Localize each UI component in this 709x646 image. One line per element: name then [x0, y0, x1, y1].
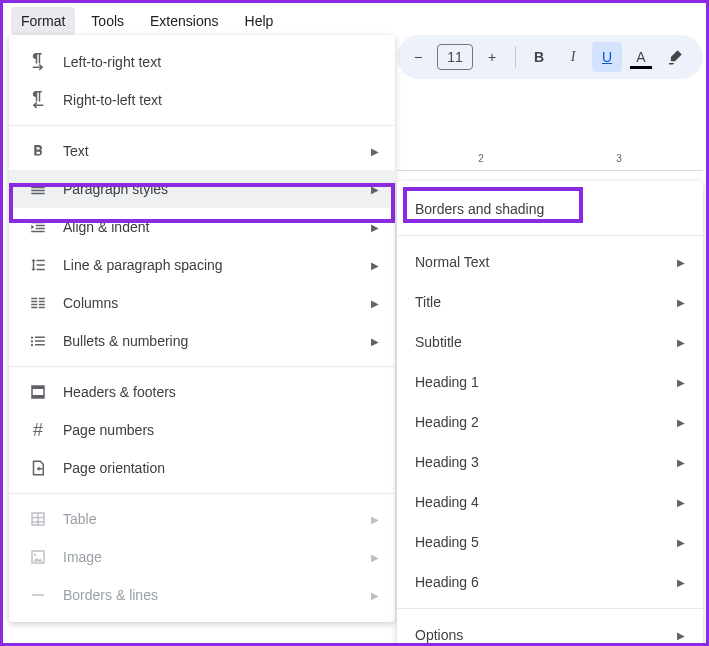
toolbar: − 11 + B I U A	[397, 35, 703, 79]
menu-separator	[9, 493, 395, 494]
menu-item-image: Image ▶	[9, 538, 395, 576]
bold-icon	[27, 140, 49, 162]
menu-item-label: Left-to-right text	[63, 54, 379, 70]
submenu-item-label: Heading 2	[415, 414, 677, 430]
submenu-arrow-icon: ▶	[371, 590, 379, 601]
menu-separator	[397, 235, 703, 236]
ruler-tick-3: 3	[616, 153, 622, 164]
submenu-item-borders-shading[interactable]: Borders and shading	[397, 189, 703, 229]
submenu-arrow-icon: ▶	[677, 297, 685, 308]
image-icon	[27, 546, 49, 568]
ltr-icon	[27, 51, 49, 73]
submenu-item-label: Heading 6	[415, 574, 677, 590]
menu-item-label: Borders & lines	[63, 587, 371, 603]
submenu-item-label: Normal Text	[415, 254, 677, 270]
submenu-arrow-icon: ▶	[677, 337, 685, 348]
paragraph-styles-submenu: Borders and shading Normal Text ▶ Title …	[397, 181, 703, 646]
ruler-tick-2: 2	[478, 153, 484, 164]
bold-button[interactable]: B	[524, 42, 554, 72]
menu-item-label: Image	[63, 549, 371, 565]
submenu-arrow-icon: ▶	[677, 417, 685, 428]
menu-item-label: Headers & footers	[63, 384, 379, 400]
menu-item-paragraph-styles[interactable]: Paragraph styles ▶	[9, 170, 395, 208]
text-color-button[interactable]: A	[626, 42, 656, 72]
submenu-item-subtitle[interactable]: Subtitle ▶	[397, 322, 703, 362]
highlight-color-button[interactable]	[660, 42, 690, 72]
font-size-decrement[interactable]: −	[403, 42, 433, 72]
page-orientation-icon	[27, 457, 49, 479]
submenu-arrow-icon: ▶	[371, 146, 379, 157]
rtl-icon	[27, 89, 49, 111]
menu-item-page-orientation[interactable]: Page orientation	[9, 449, 395, 487]
submenu-item-label: Heading 3	[415, 454, 677, 470]
submenu-item-heading1[interactable]: Heading 1 ▶	[397, 362, 703, 402]
submenu-item-heading2[interactable]: Heading 2 ▶	[397, 402, 703, 442]
menu-item-headers-footers[interactable]: Headers & footers	[9, 373, 395, 411]
menu-item-ltr[interactable]: Left-to-right text	[9, 43, 395, 81]
menu-extensions[interactable]: Extensions	[140, 7, 228, 35]
submenu-item-label: Heading 5	[415, 534, 677, 550]
submenu-item-label: Options	[415, 627, 677, 643]
menu-format[interactable]: Format	[11, 7, 75, 35]
submenu-arrow-icon: ▶	[677, 497, 685, 508]
menu-item-bullets[interactable]: Bullets & numbering ▶	[9, 322, 395, 360]
submenu-arrow-icon: ▶	[677, 577, 685, 588]
format-dropdown: Left-to-right text Right-to-left text Te…	[9, 35, 395, 622]
font-size-increment[interactable]: +	[477, 42, 507, 72]
bullets-icon	[27, 330, 49, 352]
menu-item-page-numbers[interactable]: # Page numbers	[9, 411, 395, 449]
submenu-arrow-icon: ▶	[677, 377, 685, 388]
submenu-arrow-icon: ▶	[371, 552, 379, 563]
menu-separator	[9, 125, 395, 126]
submenu-arrow-icon: ▶	[677, 537, 685, 548]
columns-icon	[27, 292, 49, 314]
menu-tools[interactable]: Tools	[81, 7, 134, 35]
submenu-item-normal-text[interactable]: Normal Text ▶	[397, 242, 703, 282]
submenu-arrow-icon: ▶	[371, 298, 379, 309]
submenu-arrow-icon: ▶	[371, 514, 379, 525]
menu-item-label: Columns	[63, 295, 371, 311]
submenu-item-heading3[interactable]: Heading 3 ▶	[397, 442, 703, 482]
separator	[515, 46, 516, 68]
submenu-item-label: Title	[415, 294, 677, 310]
submenu-item-label: Heading 1	[415, 374, 677, 390]
menu-item-label: Page numbers	[63, 422, 379, 438]
headers-footers-icon	[27, 381, 49, 403]
submenu-item-heading6[interactable]: Heading 6 ▶	[397, 562, 703, 602]
svg-point-0	[34, 554, 36, 556]
submenu-arrow-icon: ▶	[371, 222, 379, 233]
submenu-item-label: Heading 4	[415, 494, 677, 510]
font-size-field[interactable]: 11	[437, 44, 473, 70]
submenu-arrow-icon: ▶	[677, 630, 685, 641]
submenu-arrow-icon: ▶	[371, 184, 379, 195]
submenu-arrow-icon: ▶	[677, 257, 685, 268]
submenu-arrow-icon: ▶	[371, 336, 379, 347]
menu-item-text[interactable]: Text ▶	[9, 132, 395, 170]
menubar: Format Tools Extensions Help	[3, 3, 706, 39]
underline-button[interactable]: U	[592, 42, 622, 72]
menu-item-label: Right-to-left text	[63, 92, 379, 108]
menu-help[interactable]: Help	[235, 7, 284, 35]
menu-separator	[9, 366, 395, 367]
ruler: 2 3	[397, 153, 703, 171]
menu-item-label: Text	[63, 143, 371, 159]
menu-item-columns[interactable]: Columns ▶	[9, 284, 395, 322]
submenu-item-title[interactable]: Title ▶	[397, 282, 703, 322]
submenu-arrow-icon: ▶	[371, 260, 379, 271]
menu-item-rtl[interactable]: Right-to-left text	[9, 81, 395, 119]
menu-item-label: Bullets & numbering	[63, 333, 371, 349]
menu-item-label: Align & indent	[63, 219, 371, 235]
italic-button[interactable]: I	[558, 42, 588, 72]
submenu-item-label: Borders and shading	[415, 201, 685, 217]
submenu-item-heading4[interactable]: Heading 4 ▶	[397, 482, 703, 522]
paragraph-styles-icon	[27, 178, 49, 200]
submenu-arrow-icon: ▶	[677, 457, 685, 468]
align-indent-icon	[27, 216, 49, 238]
menu-item-align-indent[interactable]: Align & indent ▶	[9, 208, 395, 246]
menu-item-table: Table ▶	[9, 500, 395, 538]
submenu-item-options[interactable]: Options ▶	[397, 615, 703, 646]
submenu-item-heading5[interactable]: Heading 5 ▶	[397, 522, 703, 562]
line-spacing-icon	[27, 254, 49, 276]
highlighter-icon	[666, 48, 684, 66]
menu-item-line-spacing[interactable]: Line & paragraph spacing ▶	[9, 246, 395, 284]
